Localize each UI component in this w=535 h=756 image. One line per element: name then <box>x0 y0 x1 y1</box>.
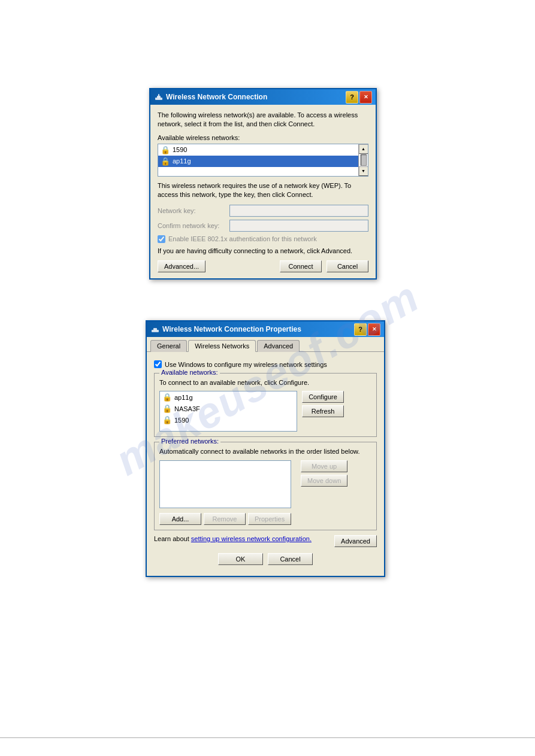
dialog2-cancel-button[interactable]: Cancel <box>268 553 313 565</box>
dialog2-content: Use Windows to configure my wireless net… <box>147 352 384 576</box>
tab-advanced[interactable]: Advanced <box>257 340 300 352</box>
connect-button[interactable]: Connect <box>280 260 322 272</box>
avail-1590-icon: 🔒 <box>162 415 172 424</box>
tab-bar: General Wireless Networks Advanced <box>147 337 384 352</box>
windows-configure-label: Use Windows to configure my wireless net… <box>165 361 327 368</box>
svg-rect-2 <box>158 94 159 96</box>
preferred-networks-group: Preferred networks: Automatically connec… <box>154 442 377 530</box>
dialog2-title-left: Wireless Network Connection Properties <box>150 324 301 334</box>
avail-1590-label: 1590 <box>174 417 189 424</box>
tab-wireless-networks[interactable]: Wireless Networks <box>188 340 256 352</box>
advanced-button[interactable]: Advanced... <box>158 260 205 272</box>
avail-nasa3f[interactable]: 🔒 NASA3F <box>160 403 297 414</box>
avail-1590[interactable]: 🔒 1590 <box>160 414 297 426</box>
dialog2-advanced-button[interactable]: Advanced <box>334 535 377 547</box>
dialog2-ok-cancel-row: OK Cancel <box>154 547 377 570</box>
dialog1-help-button[interactable] <box>346 91 358 104</box>
dialog1-content: The following wireless network(s) are av… <box>150 105 376 278</box>
svg-rect-4 <box>153 328 157 330</box>
ieee-checkbox-label: Enable IEEE 802.1x authentication for th… <box>168 235 317 242</box>
windows-configure-checkbox[interactable] <box>154 360 162 368</box>
available-networks-group-label: Available networks: <box>159 369 220 376</box>
dialog2-close-button[interactable] <box>368 323 380 336</box>
available-networks-group: Available networks: To connect to an ava… <box>154 373 377 437</box>
available-networks-row: 🔒 ap11g 🔒 NASA3F 🔒 1590 <box>159 391 371 432</box>
avail-ap11g-icon: 🔒 <box>162 393 172 402</box>
ieee-checkbox-row: Enable IEEE 802.1x authentication for th… <box>158 235 368 243</box>
network-key-label: Network key: <box>158 207 229 214</box>
learn-row: Learn about setting up wireless network … <box>154 535 377 547</box>
ok-button[interactable]: OK <box>218 553 263 565</box>
windows-configure-checkbox-row: Use Windows to configure my wireless net… <box>154 360 377 368</box>
avail-ap11g[interactable]: 🔒 ap11g <box>160 391 297 403</box>
scroll-down-arrow[interactable]: ▼ <box>359 166 368 176</box>
wireless-properties-dialog: Wireless Network Connection Properties G… <box>146 320 385 577</box>
dialog1-wep-message: This wireless network requires the use o… <box>158 181 368 200</box>
network-ap11g[interactable]: 🔒 ap11g <box>158 156 358 167</box>
dialog1-description: The following wireless network(s) are av… <box>158 111 368 129</box>
dialog2-controls <box>354 323 380 336</box>
available-networks-list[interactable]: 🔒 ap11g 🔒 NASA3F 🔒 1590 <box>159 391 297 432</box>
remove-button[interactable]: Remove <box>204 513 246 525</box>
move-buttons: Move up Move down <box>301 460 347 487</box>
network-icon-ap11g: 🔒 <box>161 157 170 166</box>
available-networks-list-wrapper: 🔒 ap11g 🔒 NASA3F 🔒 1590 <box>159 391 297 432</box>
cancel-button[interactable]: Cancel <box>327 260 368 272</box>
properties-button[interactable]: Properties <box>248 513 291 525</box>
network-1590[interactable]: 🔒 1590 <box>158 144 358 156</box>
network-list[interactable]: 🔒 1590 🔒 ap11g ▲ ▼ <box>158 144 368 177</box>
dialog1-controls <box>346 91 372 104</box>
avail-nasa3f-icon: 🔒 <box>162 404 172 413</box>
network-props-icon <box>150 324 160 334</box>
network-key-row: Network key: <box>158 205 368 217</box>
network-1590-label: 1590 <box>173 146 187 153</box>
learn-text-block: Learn about setting up wireless network … <box>154 535 330 542</box>
move-up-button[interactable]: Move up <box>301 460 347 472</box>
dialog1-title-left: Wireless Network Connection <box>154 92 267 102</box>
dialog2-help-button[interactable] <box>354 323 367 336</box>
preferred-networks-group-label: Preferred networks: <box>159 438 220 445</box>
page-bottom-line <box>0 737 535 738</box>
preferred-networks-row: Move up Move down <box>159 460 371 508</box>
dialog1-close-button[interactable] <box>359 91 372 104</box>
dialog1-buttons: Advanced... Connect Cancel <box>158 260 368 272</box>
learn-link[interactable]: setting up wireless network configuratio… <box>191 535 312 542</box>
scroll-up-arrow[interactable]: ▲ <box>359 144 368 154</box>
network-ap11g-label: ap11g <box>173 157 191 165</box>
confirm-key-label: Confirm network key: <box>158 222 229 229</box>
refresh-button[interactable]: Refresh <box>302 405 344 417</box>
network-icon <box>154 92 164 102</box>
add-remove-props-buttons: Add... Remove Properties <box>159 513 371 525</box>
learn-text: Learn about <box>154 535 191 542</box>
dialog2-titlebar: Wireless Network Connection Properties <box>147 321 384 337</box>
wireless-network-connection-dialog: Wireless Network Connection The followin… <box>149 88 377 280</box>
preferred-networks-text: Automatically connect to available netwo… <box>159 447 371 456</box>
available-networks-text: To connect to an available network, clic… <box>159 378 371 387</box>
ieee-checkbox[interactable] <box>158 235 165 243</box>
dialog2-title-text: Wireless Network Connection Properties <box>162 325 301 333</box>
network-icon-1590: 🔒 <box>161 145 170 154</box>
add-button[interactable]: Add... <box>159 513 201 525</box>
network-list-scrollbar[interactable]: ▲ ▼ <box>358 144 368 176</box>
confirm-key-input[interactable] <box>229 220 368 232</box>
avail-ap11g-label: ap11g <box>174 394 193 401</box>
dialog1-title-text: Wireless Network Connection <box>166 93 267 101</box>
avail-nasa3f-label: NASA3F <box>174 405 200 412</box>
configure-refresh-buttons: Configure Refresh <box>302 391 344 417</box>
preferred-networks-list[interactable] <box>159 460 291 508</box>
tab-general[interactable]: General <box>150 340 187 352</box>
dialog1-trouble-text: If you are having difficulty connecting … <box>158 247 368 256</box>
dialog1-titlebar: Wireless Network Connection <box>150 89 376 105</box>
configure-button[interactable]: Configure <box>302 391 344 403</box>
dialog1-right-buttons: Connect Cancel <box>280 260 368 272</box>
network-key-input[interactable] <box>229 205 368 217</box>
confirm-key-row: Confirm network key: <box>158 220 368 232</box>
move-down-button[interactable]: Move down <box>301 475 347 487</box>
dialog1-available-label: Available wireless networks: <box>158 134 368 141</box>
